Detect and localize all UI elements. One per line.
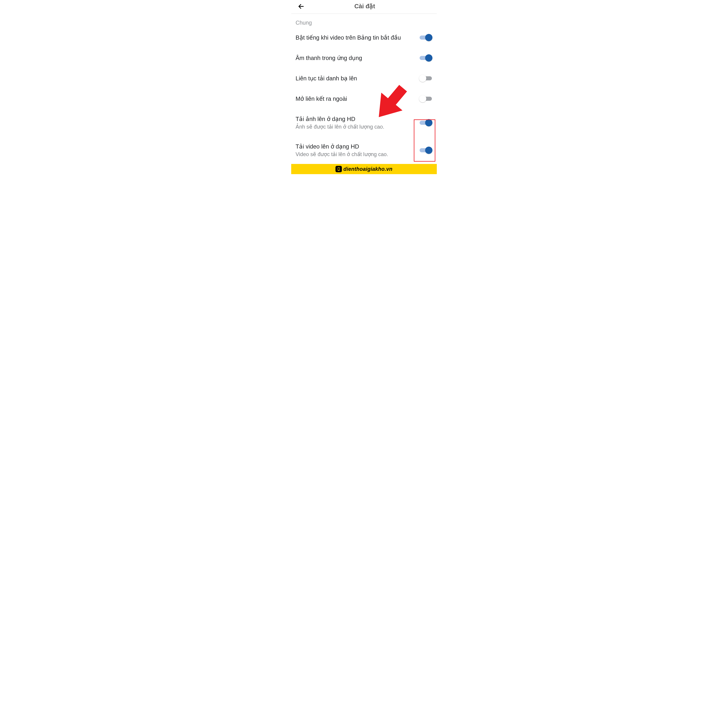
setting-row-continuous-contacts[interactable]: Liên tục tải danh bạ lên [291,68,437,89]
setting-label: Âm thanh trong ứng dụng [295,54,416,61]
back-button[interactable] [297,2,305,11]
toggle-upload-photos-hd[interactable] [419,119,433,127]
toggle-sound-newsfeed-video[interactable] [419,34,433,41]
switch-knob [419,75,426,82]
settings-list: Bật tiếng khi video trên Bảng tin bắt đầ… [291,28,437,164]
footer-logo-icon [335,166,342,172]
setting-row-upload-videos-hd[interactable]: Tải video lên ở dạng HD Video sẽ được tả… [291,136,437,164]
footer-site-text: dienthoaigiakho.vn [343,166,392,172]
page-title: Cài đặt [297,3,433,10]
arrow-left-icon [298,3,304,10]
toggle-open-links-external[interactable] [419,95,433,102]
switch-knob [425,34,433,41]
setting-label: Mở liên kết ra ngoài [295,95,416,102]
footer-watermark: dienthoaigiakho.vn [291,164,437,174]
setting-label: Tải video lên ở dạng HD [295,143,416,150]
switch-knob [425,119,433,126]
setting-sublabel: Ảnh sẽ được tải lên ở chất lượng cao. [295,124,416,130]
switch-knob [425,54,433,61]
switch-knob [419,95,426,102]
setting-label: Bật tiếng khi video trên Bảng tin bắt đầ… [295,34,416,41]
setting-label: Liên tục tải danh bạ lên [295,75,416,82]
settings-screen: Cài đặt Chung Bật tiếng khi video trên B… [291,0,437,174]
setting-label: Tải ảnh lên ở dạng HD [295,115,416,122]
toggle-continuous-contacts[interactable] [419,75,433,82]
toggle-upload-videos-hd[interactable] [419,147,433,154]
setting-row-sound-newsfeed-video[interactable]: Bật tiếng khi video trên Bảng tin bắt đầ… [291,28,437,48]
setting-sublabel: Video sẽ được tải lên ở chất lượng cao. [295,151,416,158]
setting-row-upload-photos-hd[interactable]: Tải ảnh lên ở dạng HD Ảnh sẽ được tải lê… [291,109,437,136]
toggle-in-app-sound[interactable] [419,54,433,62]
setting-row-open-links-external[interactable]: Mở liên kết ra ngoài [291,89,437,109]
switch-knob [425,147,433,154]
section-label-general: Chung [291,14,437,28]
setting-row-in-app-sound[interactable]: Âm thanh trong ứng dụng [291,48,437,68]
header-bar: Cài đặt [291,0,437,14]
